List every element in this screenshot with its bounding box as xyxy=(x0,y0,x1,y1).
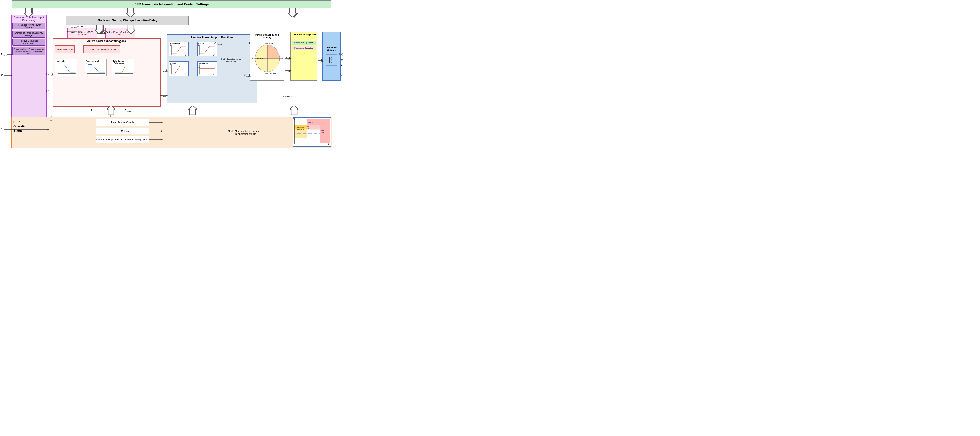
enter-service-chart: Enter Service Performance P t xyxy=(112,59,134,76)
svg-text:Cessation: Cessation xyxy=(307,128,314,129)
svg-text:P: P xyxy=(57,63,58,64)
svg-text:Volt-watt: Volt-watt xyxy=(57,60,65,62)
svg-text:Constant var: Constant var xyxy=(198,62,208,64)
svg-text:Momentary: Momentary xyxy=(307,126,315,128)
active-power-title: Active power support functions xyxy=(54,40,159,42)
svg-text:dem: dem xyxy=(127,110,131,112)
svg-text:Shall Trip: Shall Trip xyxy=(308,122,314,123)
power-cap-title: Power Capability and Priority xyxy=(251,34,283,39)
soc-title: State of charge (SOC) Calculation xyxy=(68,31,97,36)
ride-through-title: DER Ride-through Perf xyxy=(292,34,316,36)
outline-up-2 xyxy=(188,105,197,115)
svg-marker-136 xyxy=(107,105,115,115)
model-output-title: DER Model Outputs xyxy=(323,46,340,51)
volt-watt-chart: Volt-watt P V xyxy=(55,59,77,76)
ride-through-box: DER Ride-through Perf Continuous Operati… xyxy=(290,32,317,81)
svg-marker-137 xyxy=(188,105,197,115)
outline-down-left xyxy=(24,8,33,18)
svg-text:P: P xyxy=(125,108,127,111)
svg-text:Q: Q xyxy=(198,67,200,69)
svg-point-89 xyxy=(46,73,48,75)
svg-text:Shall: Shall xyxy=(321,130,325,131)
abnormal-vf-box: Abnormal Voltage and Frequency Ride-thro… xyxy=(95,136,150,143)
svg-text:Watts Generated: Watts Generated xyxy=(280,57,283,59)
svg-text:T: T xyxy=(329,144,330,146)
desired-ap-box: Desired active power calculation xyxy=(83,45,120,53)
svg-text:Watts Absorbed: Watts Absorbed xyxy=(252,57,264,59)
enter-service-criteria-label: Enter Service Criteria xyxy=(111,121,134,124)
op-item-3: Positive Sequence Component xyxy=(13,39,45,46)
header-title: DER Nameplate Information and Control Se… xyxy=(134,2,208,6)
svg-text:P: P xyxy=(161,69,162,71)
power-factor-chart: Power Factor Q P xyxy=(169,42,189,56)
op-item-1: Per-unitize Active Power Demand xyxy=(13,22,45,29)
watt-var-chart: Watt-var Q P xyxy=(197,42,217,56)
outline-down-2 xyxy=(95,24,103,34)
model-output-box: DER Model Outputs xyxy=(322,32,340,81)
svg-text:Q: Q xyxy=(286,69,288,72)
soc-box: State of charge (SOC) Calculation xyxy=(67,28,97,38)
svg-text:or: or xyxy=(340,59,343,61)
power-cap-box: Power Capability and Priority Watts Gene… xyxy=(250,32,284,81)
desired-ap-label: Desired active power calculation xyxy=(88,48,116,50)
svg-marker-134 xyxy=(24,8,33,17)
svg-text:vars injected: vars injected xyxy=(265,43,274,45)
svg-text:f: f xyxy=(91,108,92,111)
svg-text:V: V xyxy=(340,73,342,77)
ap-limit-box: Active power limit xyxy=(55,45,75,53)
rt-continuous-label: Continuous Operation xyxy=(292,41,316,45)
svg-marker-138 xyxy=(290,105,299,115)
operation-status-outer xyxy=(11,117,332,149)
state-machine-box: State Machine to determine DER operation… xyxy=(213,121,274,144)
des-reactive-box: Desired reactive power calculation xyxy=(221,48,241,72)
svg-marker-133 xyxy=(126,24,135,34)
outline-down-3 xyxy=(126,24,135,34)
svg-text:meas: meas xyxy=(163,96,167,97)
svg-text:P: P xyxy=(86,63,88,64)
svg-text:t: t xyxy=(132,73,132,75)
svg-text:I: I xyxy=(341,63,342,66)
volt-var-chart: Volt-var Q V xyxy=(169,61,189,76)
svg-text:V: V xyxy=(185,74,187,75)
svg-marker-135 xyxy=(288,8,297,17)
svg-text:P: P xyxy=(68,25,70,27)
svg-text:Q: Q xyxy=(170,44,172,46)
op-condition-box: Operating Condition Input Processing Per… xyxy=(11,15,46,126)
svg-text:Performance: Performance xyxy=(114,62,124,64)
svg-text:vars Absorbed: vars Absorbed xyxy=(265,73,276,75)
ap-limit-label: Active power limit xyxy=(57,48,73,50)
svg-text:V: V xyxy=(1,73,3,77)
svg-text:P: P xyxy=(286,57,288,59)
svg-text:Power Factor: Power Factor xyxy=(170,43,180,45)
svg-text:Enter Service: Enter Service xyxy=(113,60,124,62)
svg-point-90 xyxy=(46,90,48,92)
des-reactive-label: Desired reactive power calculation xyxy=(221,58,241,62)
delay-title: Mode and Setting Change Execution Delay xyxy=(97,19,157,22)
svg-marker-131 xyxy=(126,8,135,17)
rt-momentary-label: Momentary Cessation xyxy=(292,46,316,50)
svg-marker-132 xyxy=(95,24,103,34)
outline-down-delay xyxy=(126,8,135,18)
outline-up-3 xyxy=(290,105,299,115)
operation-status-title: DEROperationStatus xyxy=(13,120,27,133)
svg-text:Operation: Operation xyxy=(297,129,304,130)
outline-down-right xyxy=(288,8,297,18)
svg-text:Mandatory: Mandatory xyxy=(297,126,304,128)
state-machine-label: State Machine to determine DER operation… xyxy=(228,129,259,136)
svg-text:Frequency-watt: Frequency-watt xyxy=(86,60,99,62)
svg-text:t: t xyxy=(213,74,214,75)
reactive-power-title: Reactive Power Support Functions xyxy=(168,36,256,39)
abnormal-vf-label: Abnormal Voltage and Frequency Ride-thro… xyxy=(96,138,149,141)
svg-text:P: P xyxy=(114,64,115,66)
vt-chart-box: T V Mandatory Operation Shall Trip Momen… xyxy=(293,117,331,147)
svg-text:V: V xyxy=(48,73,49,75)
svg-text:dem: dem xyxy=(3,54,7,57)
svg-text:Q: Q xyxy=(198,44,200,46)
svg-text:V: V xyxy=(48,113,49,116)
svg-text:or: or xyxy=(340,69,343,72)
svg-text:P: P xyxy=(213,54,215,56)
op-item-2: Average of Three-phase RMS Voltage xyxy=(13,31,45,38)
trip-criteria-label: Trip Criteria xyxy=(116,130,129,133)
svg-text:V: V xyxy=(75,73,76,75)
der-op-label: DEROperationStatus xyxy=(13,120,27,132)
